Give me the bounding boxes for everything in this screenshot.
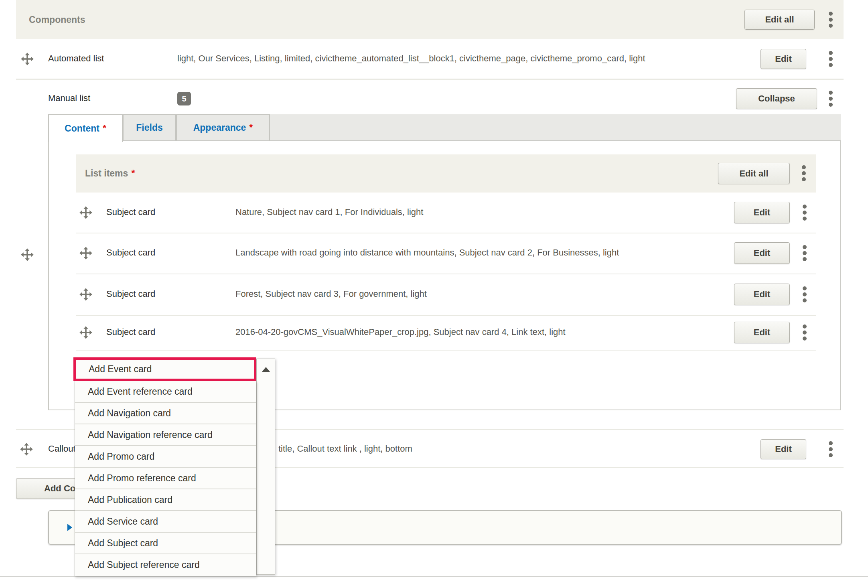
list-items-header-strip <box>76 154 816 193</box>
manual-list-label: Manual list <box>48 93 90 103</box>
add-promo-reference-card-item[interactable]: Add Promo reference card <box>75 468 256 489</box>
required-marker: * <box>103 123 106 134</box>
subject-card-2-drag-handle[interactable] <box>79 246 93 260</box>
add-promo-card-item[interactable]: Add Promo card <box>75 446 256 468</box>
manual-list-kebab-menu-icon[interactable] <box>825 91 836 108</box>
tab-fields[interactable]: Fields <box>123 114 176 141</box>
add-event-card-button[interactable]: Add Event card <box>73 357 256 381</box>
callout-summary: title, Callout text link , light, bottom <box>278 444 412 454</box>
callout-drag-handle[interactable] <box>19 442 34 456</box>
dropdown-toggle-button[interactable] <box>256 359 275 575</box>
subject-card-4-edit-button[interactable]: Edit <box>734 322 790 343</box>
subject-card-2-label: Subject card <box>106 247 155 258</box>
paragraphs-components-widget: Components Edit all Automated list light… <box>0 0 868 588</box>
move-icon <box>79 205 93 220</box>
list-items-title: List items* <box>85 154 135 193</box>
subject-card-2-kebab-menu-icon[interactable] <box>799 245 810 263</box>
move-icon <box>20 52 34 66</box>
row-divider <box>16 79 844 80</box>
callout-label: Callout <box>48 444 75 454</box>
automated-list-summary: light, Our Services, Listing, limited, c… <box>177 53 645 64</box>
manual-list-collapse-button[interactable]: Collapse <box>736 88 817 109</box>
callout-kebab-menu-icon[interactable] <box>825 441 836 459</box>
manual-list-count-badge: 5 <box>177 92 191 105</box>
add-service-card-item[interactable]: Add Service card <box>75 511 256 533</box>
subject-card-4-summary: 2016-04-20-govCMS_VisualWhitePaper_crop.… <box>235 327 566 337</box>
add-navigation-reference-card-item[interactable]: Add Navigation reference card <box>75 424 256 446</box>
row-divider <box>76 233 816 233</box>
tab-fields-label: Fields <box>136 122 162 133</box>
manual-list-drag-handle[interactable] <box>20 247 34 262</box>
required-marker: * <box>131 168 135 178</box>
row-divider <box>76 350 816 351</box>
required-marker: * <box>249 122 253 133</box>
components-edit-all-button[interactable]: Edit all <box>744 10 815 30</box>
subject-card-1-summary: Nature, Subject nav card 1, For Individu… <box>235 207 423 217</box>
list-items-kebab-menu-icon[interactable] <box>799 165 809 183</box>
subject-card-1-label: Subject card <box>106 207 155 217</box>
subject-card-3-edit-button[interactable]: Edit <box>734 284 790 305</box>
subject-card-3-label: Subject card <box>106 289 155 299</box>
tab-appearance-label: Appearance <box>193 122 246 133</box>
subject-card-4-label: Subject card <box>106 327 155 337</box>
move-icon <box>79 246 93 260</box>
components-actions-kebab-menu-icon[interactable] <box>825 12 836 29</box>
subject-card-4-drag-handle[interactable] <box>79 325 93 340</box>
add-subject-reference-card-item[interactable]: Add Subject reference card <box>75 554 256 576</box>
tab-content[interactable]: Content * <box>48 114 123 142</box>
automated-list-drag-handle[interactable] <box>20 52 34 66</box>
row-divider <box>76 274 816 274</box>
details-expand-marker-icon <box>67 524 72 531</box>
collapse-arrow-icon <box>262 367 270 372</box>
move-icon <box>79 287 93 302</box>
tab-content-label: Content <box>65 123 99 134</box>
add-event-reference-card-item[interactable]: Add Event reference card <box>75 381 256 403</box>
add-subject-card-item[interactable]: Add Subject card <box>75 533 256 554</box>
move-icon <box>19 442 34 456</box>
tab-appearance[interactable]: Appearance * <box>176 114 270 141</box>
subject-card-2-edit-button[interactable]: Edit <box>734 242 790 264</box>
add-card-dropdown: Add Event card Add Event reference card … <box>73 357 275 575</box>
components-header-strip <box>16 0 844 39</box>
add-publication-card-item[interactable]: Add Publication card <box>75 489 256 511</box>
row-divider <box>76 315 816 316</box>
subject-card-4-kebab-menu-icon[interactable] <box>799 324 810 342</box>
move-icon <box>79 325 93 340</box>
move-icon <box>20 247 34 262</box>
subject-card-3-summary: Forest, Subject nav card 3, For governme… <box>235 289 427 299</box>
add-event-card-label: Add Event card <box>76 364 152 375</box>
components-field-title: Components <box>29 0 85 39</box>
dropdown-item-list: Add Event reference card Add Navigation … <box>75 381 256 576</box>
callout-edit-button[interactable]: Edit <box>761 439 806 459</box>
automated-list-kebab-menu-icon[interactable] <box>825 51 836 69</box>
subject-card-3-kebab-menu-icon[interactable] <box>799 286 810 304</box>
subject-card-1-kebab-menu-icon[interactable] <box>799 205 810 222</box>
automated-list-label: Automated list <box>48 53 104 64</box>
list-items-edit-all-button[interactable]: Edit all <box>718 163 790 184</box>
subject-card-2-summary: Landscape with road going into distance … <box>235 247 619 258</box>
subject-card-3-drag-handle[interactable] <box>79 287 93 302</box>
subject-card-1-drag-handle[interactable] <box>79 205 93 220</box>
add-navigation-card-item[interactable]: Add Navigation card <box>75 403 256 424</box>
automated-list-edit-button[interactable]: Edit <box>761 49 806 69</box>
subject-card-1-edit-button[interactable]: Edit <box>734 202 790 223</box>
